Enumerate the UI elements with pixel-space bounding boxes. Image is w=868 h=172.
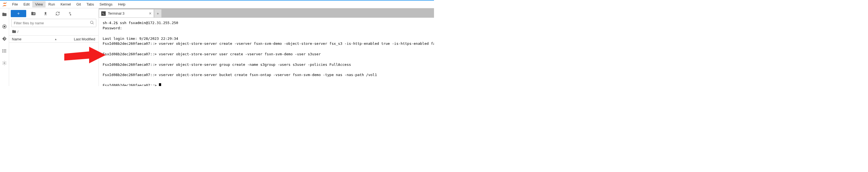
terminal-cursor (159, 83, 161, 86)
file-list-header: Name ▲ Last Modified (9, 35, 98, 43)
folder-icon (12, 29, 16, 34)
new-launcher-button[interactable] (11, 10, 26, 17)
search-icon (90, 21, 94, 26)
jupyter-logo (2, 1, 8, 7)
menu-edit[interactable]: Edit (21, 1, 32, 7)
svg-point-10 (4, 63, 5, 64)
running-icon[interactable] (2, 24, 7, 29)
menu-kernel[interactable]: Kernel (58, 1, 74, 7)
tab-terminal[interactable]: Terminal 3 × (99, 9, 154, 18)
file-browser: / Name ▲ Last Modified (9, 8, 99, 86)
terminal-line: FsxId08b2dec260faeca07::> vserver object… (103, 73, 377, 77)
add-tab-button[interactable]: + (154, 9, 162, 18)
terminal-line: FsxId08b2dec260faeca07::> vserver object… (103, 42, 434, 46)
menu-run[interactable]: Run (45, 1, 58, 7)
extension-icon[interactable] (2, 60, 7, 66)
menu-git[interactable]: Git (74, 1, 84, 7)
svg-point-1 (3, 6, 3, 6)
svg-line-12 (93, 24, 94, 24)
svg-point-7 (2, 49, 3, 50)
svg-point-8 (2, 51, 3, 51)
activity-bar (0, 8, 9, 86)
refresh-button[interactable] (53, 10, 63, 17)
menu-file[interactable]: File (9, 1, 21, 7)
filter-input[interactable] (11, 19, 96, 27)
svg-rect-3 (4, 26, 5, 27)
svg-point-11 (91, 21, 93, 24)
menu-help[interactable]: Help (115, 1, 128, 7)
file-toolbar (9, 8, 98, 19)
terminal-icon (101, 11, 106, 16)
upload-button[interactable] (40, 10, 51, 17)
menubar: File Edit View Run Kernel Git Tabs Setti… (0, 1, 434, 8)
terminal-line: FsxId08b2dec260faeca07::> vserver object… (103, 63, 351, 67)
file-list (9, 43, 98, 86)
svg-point-0 (6, 2, 7, 2)
tab-bar: Terminal 3 × + (99, 8, 434, 18)
git-toolbar-icon[interactable] (65, 10, 75, 17)
main-content: Terminal 3 × + sh-4.2$ ssh fsxadmin@172.… (99, 8, 434, 86)
terminal-line: sh-4.2$ ssh fsxadmin@172.31.255.250 (103, 21, 178, 25)
new-folder-button[interactable] (28, 10, 38, 17)
terminal-line: Last login time: 9/28/2023 22:29:34 (103, 36, 178, 41)
menu-view[interactable]: View (32, 1, 45, 7)
tab-label: Terminal 3 (108, 11, 124, 16)
terminal-line: Password: (103, 26, 122, 30)
terminal-output[interactable]: sh-4.2$ ssh fsxadmin@172.31.255.250 Pass… (99, 18, 434, 86)
sort-caret-icon: ▲ (54, 38, 57, 41)
menu-tabs[interactable]: Tabs (84, 1, 97, 7)
svg-point-9 (2, 52, 3, 52)
terminal-line: FsxId08b2dec260faeca07::> vserver object… (103, 52, 321, 56)
folder-icon[interactable] (2, 11, 7, 17)
column-modified[interactable]: Last Modified (63, 37, 98, 41)
toc-icon[interactable] (2, 48, 7, 54)
terminal-line: FsxId08b2dec260faeca07::> (103, 83, 159, 86)
column-name[interactable]: Name ▲ (9, 37, 63, 41)
breadcrumb[interactable]: / (9, 29, 98, 35)
menu-settings[interactable]: Settings (97, 1, 115, 7)
breadcrumb-path: / (18, 30, 19, 34)
close-icon[interactable]: × (149, 11, 152, 16)
git-icon[interactable] (2, 36, 7, 42)
